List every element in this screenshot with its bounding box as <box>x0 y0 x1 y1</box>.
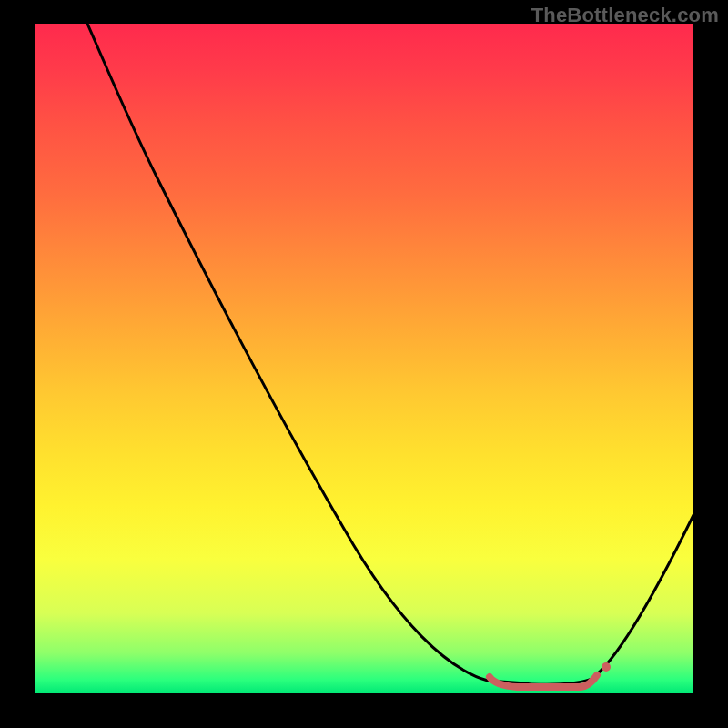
bottleneck-curve <box>87 24 693 684</box>
plot-area <box>35 24 693 693</box>
curve-layer <box>35 24 693 693</box>
watermark-text: TheBottleneck.com <box>531 4 719 27</box>
trough-end-dot <box>602 662 611 672</box>
chart-frame: TheBottleneck.com <box>0 0 728 728</box>
